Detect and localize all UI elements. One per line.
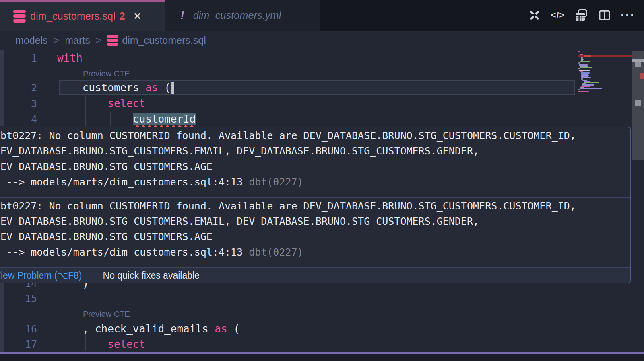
breadcrumb: models > marts > dim_customers.sql xyxy=(0,31,644,50)
more-actions-icon[interactable]: ··· xyxy=(621,8,635,23)
line-number: 4 xyxy=(0,111,37,127)
code-line-3[interactable]: 3 select xyxy=(0,96,644,111)
minimap[interactable] xyxy=(577,50,633,125)
codelens-preview-cte[interactable]: Preview CTE xyxy=(83,68,130,80)
minimap-code-line xyxy=(580,61,590,62)
code-text: customers as ( xyxy=(57,80,174,96)
diagnostic-text: DEV_DATABASE.BRUNO.STG_CUSTOMERS.AGE xyxy=(0,229,630,244)
view-problem-link[interactable]: View Problem (⌥F8) xyxy=(0,270,82,281)
tab-dirty-badge: 2 xyxy=(120,10,125,22)
code-line-17[interactable]: 17 select xyxy=(0,336,644,352)
line-number: 15 xyxy=(0,291,37,306)
no-quick-fixes-label: No quick fixes available xyxy=(103,270,200,281)
minimap-code-line xyxy=(580,67,592,68)
line-number: 17 xyxy=(0,336,37,352)
line-number: 1 xyxy=(0,50,37,66)
minimap-code-line xyxy=(584,82,599,83)
code-line-1[interactable]: 1with xyxy=(0,50,644,66)
diagnostic-text: DEV_DATABASE.BRUNO.STG_CUSTOMERS.AGE xyxy=(0,159,630,174)
code-text: select xyxy=(57,336,145,352)
line-number: 2 xyxy=(0,80,37,96)
chevron-right-icon: > xyxy=(96,35,102,46)
line-number: 16 xyxy=(0,321,37,337)
minimap-code-line xyxy=(578,62,580,64)
editor-actions: </> xyxy=(527,0,635,31)
chevron-right-icon: > xyxy=(54,35,60,46)
code-text: with xyxy=(57,50,83,66)
code-text: , check_valid_emails as ( xyxy=(57,321,240,337)
minimap-code-line xyxy=(578,89,580,90)
code-text: select xyxy=(57,96,145,111)
code-line-16[interactable]: 16 , check_valid_emails as ( xyxy=(0,321,644,337)
diagnostic-location: --> models/marts/dim_customers.sql:4:13 … xyxy=(0,245,630,260)
hover-diagnostics: dbt0227: No column CUSTOMERID found. Ava… xyxy=(0,127,630,267)
database-icon xyxy=(13,10,26,23)
code-text: customerId xyxy=(57,111,196,127)
minimap-code-line xyxy=(580,88,602,89)
diagnostic-text: dbt0227: No column CUSTOMERID found. Ava… xyxy=(0,199,630,214)
database-icon xyxy=(107,35,118,46)
breadcrumb-file[interactable]: dim_customers.sql xyxy=(122,35,206,46)
compiled-code-icon[interactable]: </> xyxy=(551,8,565,23)
minimap-code-line xyxy=(578,68,580,69)
error-token: customerId xyxy=(133,113,196,125)
editor-window: dim_customers.sql 2 ✕ ! dim_customers.ym… xyxy=(0,0,644,361)
warning-icon: ! xyxy=(180,9,184,22)
code-line-2[interactable]: 2 customers as ( xyxy=(0,80,644,96)
tab-dim-customers-yml[interactable]: ! dim_customers.yml xyxy=(165,0,320,31)
overview-ruler-error-mark xyxy=(640,73,644,79)
dbt-extension-icon[interactable] xyxy=(527,8,542,23)
diagnostic-text: DEV_DATABASE.BRUNO.STG_CUSTOMERS.EMAIL, … xyxy=(0,214,630,229)
text-cursor xyxy=(171,82,174,94)
overview-ruler-mark xyxy=(635,62,641,67)
tab-bar: dim_customers.sql 2 ✕ ! dim_customers.ym… xyxy=(0,0,644,31)
minimap-error-word xyxy=(584,55,591,57)
overview-ruler-mark xyxy=(635,100,641,106)
diagnostic-location: --> models/marts/dim_customers.sql:4:13 … xyxy=(0,174,630,190)
window-bottom-strip xyxy=(0,354,644,361)
codelens-preview-cte[interactable]: Preview CTE xyxy=(83,308,130,320)
minimap-code-line xyxy=(578,91,589,92)
code-line-15[interactable]: 15 xyxy=(0,291,644,306)
hover-diagnostic-block: dbt0227: No column CUSTOMERID found. Ava… xyxy=(0,127,630,197)
diagnostic-source: dbt(0227) xyxy=(249,176,303,188)
diagnostic-text: DEV_DATABASE.BRUNO.STG_CUSTOMERS.EMAIL, … xyxy=(0,144,630,159)
split-editor-icon[interactable] xyxy=(597,8,612,23)
minimap-code-line xyxy=(578,51,580,52)
breadcrumb-marts[interactable]: marts xyxy=(65,35,90,46)
query-results-icon[interactable] xyxy=(574,8,588,23)
hover-footer: View Problem (⌥F8) No quick fixes availa… xyxy=(0,267,630,283)
tab-label: dim_customers.sql xyxy=(30,10,116,22)
breadcrumb-models[interactable]: models xyxy=(15,35,48,46)
error-hover-popup: dbt0227: No column CUSTOMERID found. Ava… xyxy=(0,127,631,283)
minimap-code-line xyxy=(579,53,584,54)
diagnostic-source: dbt(0227) xyxy=(249,246,303,258)
close-icon[interactable]: ✕ xyxy=(133,11,142,21)
hover-diagnostic-block: dbt0227: No column CUSTOMERID found. Ava… xyxy=(0,198,630,267)
code-line-4[interactable]: 4 customerId xyxy=(0,111,644,127)
diagnostic-text: dbt0227: No column CUSTOMERID found. Ava… xyxy=(0,128,630,144)
tab-label: dim_customers.yml xyxy=(193,10,281,21)
line-number: 3 xyxy=(0,96,37,111)
tab-dim-customers-sql[interactable]: dim_customers.sql 2 ✕ xyxy=(0,0,165,31)
